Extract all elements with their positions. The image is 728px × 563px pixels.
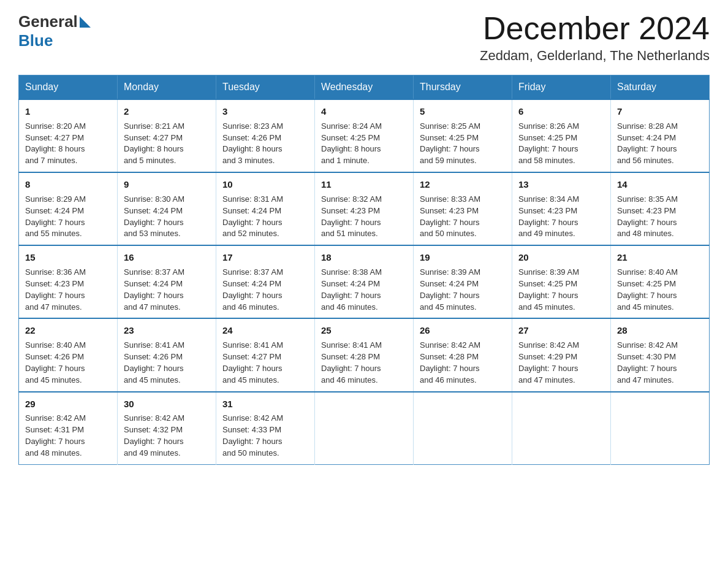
day-info: Sunrise: 8:41 AMSunset: 4:28 PMDaylight:…	[321, 340, 407, 386]
day-number: 14	[617, 178, 703, 191]
day-number: 7	[617, 105, 703, 118]
day-number: 13	[518, 178, 604, 191]
calendar-day-cell: 17 Sunrise: 8:37 AMSunset: 4:24 PMDaylig…	[216, 245, 315, 318]
header: General Blue December 2024 Zeddam, Gelde…	[18, 12, 710, 64]
calendar-day-cell: 25 Sunrise: 8:41 AMSunset: 4:28 PMDaylig…	[315, 318, 414, 391]
location-subtitle: Zeddam, Gelderland, The Netherlands	[480, 48, 710, 64]
day-number: 10	[222, 178, 308, 191]
calendar-day-cell: 20 Sunrise: 8:39 AMSunset: 4:25 PMDaylig…	[512, 245, 611, 318]
day-number: 25	[321, 324, 407, 337]
calendar-day-cell: 26 Sunrise: 8:42 AMSunset: 4:28 PMDaylig…	[414, 318, 512, 391]
calendar-week-row: 15 Sunrise: 8:36 AMSunset: 4:23 PMDaylig…	[19, 245, 710, 318]
day-number: 18	[321, 251, 407, 264]
calendar-week-row: 29 Sunrise: 8:42 AMSunset: 4:31 PMDaylig…	[19, 392, 710, 465]
calendar-day-cell: 11 Sunrise: 8:32 AMSunset: 4:23 PMDaylig…	[315, 172, 414, 245]
calendar-day-cell: 7 Sunrise: 8:28 AMSunset: 4:24 PMDayligh…	[611, 99, 710, 172]
day-number: 11	[321, 178, 407, 191]
calendar-day-cell: 28 Sunrise: 8:42 AMSunset: 4:30 PMDaylig…	[611, 318, 710, 391]
calendar-day-cell: 12 Sunrise: 8:33 AMSunset: 4:23 PMDaylig…	[414, 172, 512, 245]
day-number: 8	[25, 178, 111, 191]
logo-general-text: General	[18, 12, 78, 31]
calendar-day-cell: 4 Sunrise: 8:24 AMSunset: 4:25 PMDayligh…	[315, 99, 414, 172]
day-number: 2	[124, 105, 210, 118]
calendar-day-header: Sunday	[19, 75, 118, 100]
calendar-day-header: Thursday	[414, 75, 512, 100]
calendar-day-header: Wednesday	[315, 75, 414, 100]
calendar-day-cell: 9 Sunrise: 8:30 AMSunset: 4:24 PMDayligh…	[118, 172, 216, 245]
day-info: Sunrise: 8:24 AMSunset: 4:25 PMDaylight:…	[321, 121, 407, 167]
calendar-day-cell: 21 Sunrise: 8:40 AMSunset: 4:25 PMDaylig…	[611, 245, 710, 318]
calendar-day-cell: 8 Sunrise: 8:29 AMSunset: 4:24 PMDayligh…	[19, 172, 118, 245]
day-info: Sunrise: 8:42 AMSunset: 4:28 PMDaylight:…	[420, 340, 506, 386]
day-info: Sunrise: 8:42 AMSunset: 4:31 PMDaylight:…	[25, 413, 111, 459]
day-number: 16	[124, 251, 210, 264]
day-number: 6	[518, 105, 604, 118]
day-number: 28	[617, 324, 703, 337]
day-info: Sunrise: 8:37 AMSunset: 4:24 PMDaylight:…	[124, 267, 210, 313]
day-info: Sunrise: 8:31 AMSunset: 4:24 PMDaylight:…	[222, 194, 308, 240]
calendar-day-cell: 30 Sunrise: 8:42 AMSunset: 4:32 PMDaylig…	[118, 392, 216, 465]
logo-blue-text: Blue	[18, 31, 53, 50]
day-info: Sunrise: 8:23 AMSunset: 4:26 PMDaylight:…	[222, 121, 308, 167]
logo: General Blue	[18, 12, 91, 50]
title-area: December 2024 Zeddam, Gelderland, The Ne…	[480, 12, 710, 64]
calendar-day-cell: 19 Sunrise: 8:39 AMSunset: 4:24 PMDaylig…	[414, 245, 512, 318]
day-number: 15	[25, 251, 111, 264]
day-number: 21	[617, 251, 703, 264]
calendar-day-cell	[611, 392, 710, 465]
calendar-day-cell: 15 Sunrise: 8:36 AMSunset: 4:23 PMDaylig…	[19, 245, 118, 318]
calendar-day-cell: 29 Sunrise: 8:42 AMSunset: 4:31 PMDaylig…	[19, 392, 118, 465]
day-number: 30	[124, 397, 210, 411]
day-info: Sunrise: 8:30 AMSunset: 4:24 PMDaylight:…	[124, 194, 210, 240]
day-info: Sunrise: 8:37 AMSunset: 4:24 PMDaylight:…	[222, 267, 308, 313]
calendar-day-cell: 27 Sunrise: 8:42 AMSunset: 4:29 PMDaylig…	[512, 318, 611, 391]
calendar-day-cell: 18 Sunrise: 8:38 AMSunset: 4:24 PMDaylig…	[315, 245, 414, 318]
day-number: 9	[124, 178, 210, 191]
calendar-day-cell: 23 Sunrise: 8:41 AMSunset: 4:26 PMDaylig…	[118, 318, 216, 391]
day-info: Sunrise: 8:25 AMSunset: 4:25 PMDaylight:…	[420, 121, 506, 167]
day-number: 26	[420, 324, 506, 337]
calendar-day-cell: 13 Sunrise: 8:34 AMSunset: 4:23 PMDaylig…	[512, 172, 611, 245]
day-info: Sunrise: 8:36 AMSunset: 4:23 PMDaylight:…	[25, 267, 111, 313]
calendar-day-cell	[512, 392, 611, 465]
day-info: Sunrise: 8:29 AMSunset: 4:24 PMDaylight:…	[25, 194, 111, 240]
day-number: 3	[222, 105, 308, 118]
calendar-day-cell: 3 Sunrise: 8:23 AMSunset: 4:26 PMDayligh…	[216, 99, 315, 172]
day-info: Sunrise: 8:42 AMSunset: 4:30 PMDaylight:…	[617, 340, 703, 386]
calendar-day-header: Monday	[118, 75, 216, 100]
day-number: 20	[518, 251, 604, 264]
day-info: Sunrise: 8:42 AMSunset: 4:33 PMDaylight:…	[222, 413, 308, 459]
day-number: 5	[420, 105, 506, 118]
calendar-day-cell: 6 Sunrise: 8:26 AMSunset: 4:25 PMDayligh…	[512, 99, 611, 172]
day-number: 31	[222, 397, 308, 411]
day-info: Sunrise: 8:34 AMSunset: 4:23 PMDaylight:…	[518, 194, 604, 240]
day-number: 27	[518, 324, 604, 337]
calendar-day-cell	[315, 392, 414, 465]
day-number: 12	[420, 178, 506, 191]
day-info: Sunrise: 8:42 AMSunset: 4:32 PMDaylight:…	[124, 413, 210, 459]
calendar-week-row: 22 Sunrise: 8:40 AMSunset: 4:26 PMDaylig…	[19, 318, 710, 391]
calendar-day-cell: 1 Sunrise: 8:20 AMSunset: 4:27 PMDayligh…	[19, 99, 118, 172]
calendar-day-header: Tuesday	[216, 75, 315, 100]
calendar-day-cell: 5 Sunrise: 8:25 AMSunset: 4:25 PMDayligh…	[414, 99, 512, 172]
month-title: December 2024	[480, 12, 710, 44]
day-number: 22	[25, 324, 111, 337]
calendar-week-row: 8 Sunrise: 8:29 AMSunset: 4:24 PMDayligh…	[19, 172, 710, 245]
day-number: 23	[124, 324, 210, 337]
day-number: 4	[321, 105, 407, 118]
calendar-day-cell: 16 Sunrise: 8:37 AMSunset: 4:24 PMDaylig…	[118, 245, 216, 318]
day-info: Sunrise: 8:39 AMSunset: 4:25 PMDaylight:…	[518, 267, 604, 313]
day-number: 29	[25, 397, 111, 411]
day-info: Sunrise: 8:35 AMSunset: 4:23 PMDaylight:…	[617, 194, 703, 240]
day-info: Sunrise: 8:41 AMSunset: 4:27 PMDaylight:…	[222, 340, 308, 386]
logo-triangle-icon	[80, 17, 91, 28]
day-info: Sunrise: 8:40 AMSunset: 4:26 PMDaylight:…	[25, 340, 111, 386]
day-info: Sunrise: 8:41 AMSunset: 4:26 PMDaylight:…	[124, 340, 210, 386]
calendar-day-cell: 14 Sunrise: 8:35 AMSunset: 4:23 PMDaylig…	[611, 172, 710, 245]
day-info: Sunrise: 8:32 AMSunset: 4:23 PMDaylight:…	[321, 194, 407, 240]
calendar-day-cell: 31 Sunrise: 8:42 AMSunset: 4:33 PMDaylig…	[216, 392, 315, 465]
calendar-header-row: SundayMondayTuesdayWednesdayThursdayFrid…	[19, 75, 710, 100]
calendar-day-header: Friday	[512, 75, 611, 100]
calendar-day-cell: 10 Sunrise: 8:31 AMSunset: 4:24 PMDaylig…	[216, 172, 315, 245]
day-number: 24	[222, 324, 308, 337]
